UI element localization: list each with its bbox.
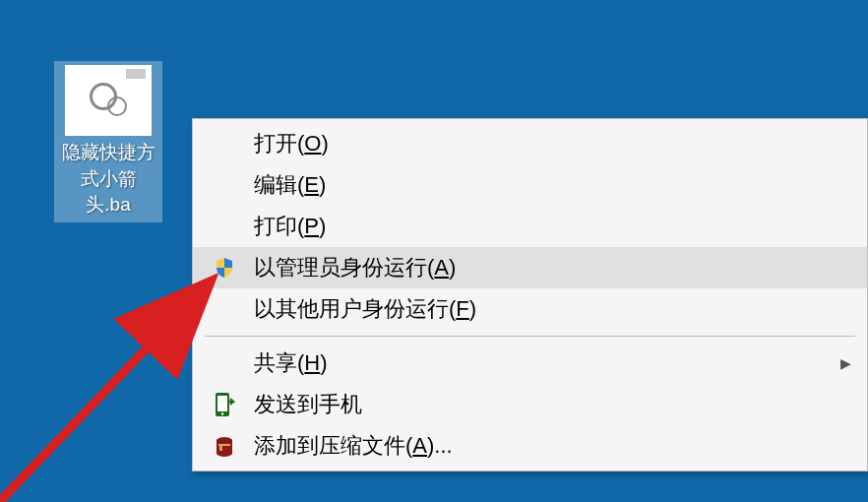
svg-rect-1: [217, 396, 227, 411]
shield-icon: [209, 254, 240, 282]
menu-item-run-as-other-user[interactable]: 以其他用户身份运行(F): [193, 288, 867, 330]
bat-file-icon: [65, 65, 152, 136]
menu-item-run-as-admin[interactable]: 以管理员身份运行(A): [193, 247, 867, 288]
menu-separator: [205, 336, 855, 337]
svg-line-6: [0, 285, 207, 502]
menu-item-share[interactable]: 共享(H) ▶: [193, 343, 867, 384]
svg-rect-4: [219, 446, 222, 451]
menu-label: 添加到压缩文件(A)...: [254, 431, 851, 461]
menu-label: 编辑(E): [254, 170, 851, 200]
menu-item-print[interactable]: 打印(P): [193, 206, 867, 247]
menu-item-add-to-archive[interactable]: 添加到压缩文件(A)...: [193, 425, 867, 467]
archive-icon: [209, 432, 240, 460]
gear-icon: [90, 83, 117, 110]
menu-label: 发送到手机: [254, 390, 851, 419]
svg-point-2: [221, 412, 223, 414]
phone-icon: [209, 391, 240, 418]
context-menu: 打开(O) 编辑(E) 打印(P) 以管理员身份运行(A) 以其他用户身份运行(…: [192, 118, 868, 471]
menu-item-edit[interactable]: 编辑(E): [193, 164, 867, 206]
file-label: 隐藏快捷方式小箭头.ba: [58, 140, 158, 219]
menu-label: 以其他用户身份运行(F): [254, 294, 851, 324]
desktop-file-icon[interactable]: 隐藏快捷方式小箭头.ba: [54, 61, 162, 222]
menu-label: 打印(P): [254, 212, 851, 241]
svg-rect-3: [218, 444, 230, 446]
menu-item-send-to-phone[interactable]: 发送到手机: [193, 384, 867, 425]
chevron-right-icon: ▶: [840, 355, 851, 371]
menu-item-open[interactable]: 打开(O): [193, 123, 867, 164]
menu-label: 以管理员身份运行(A): [254, 253, 851, 282]
menu-label: 打开(O): [254, 129, 851, 158]
menu-label: 共享(H): [254, 348, 840, 378]
